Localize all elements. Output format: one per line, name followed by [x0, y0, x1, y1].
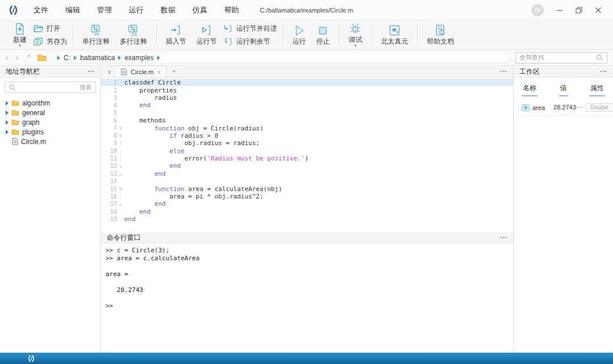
- breadcrumb-segment[interactable]: baltamatica: [80, 54, 115, 62]
- code-area[interactable]: 1classdef Circle2 properties3 radius4 en…: [101, 78, 513, 232]
- expand-arrow-icon[interactable]: [6, 101, 9, 105]
- code-line-12[interactable]: 12△ end: [101, 162, 513, 170]
- tree-folder-label: graph: [22, 118, 40, 126]
- debug-button[interactable]: 调试 ▾: [345, 22, 366, 48]
- code-line-16[interactable]: 16│ area = pi * obj.radius^2;: [101, 193, 513, 200]
- menu-item-3[interactable]: 运行: [120, 5, 152, 15]
- stop-button[interactable]: 停止: [313, 23, 333, 46]
- tree-folder-label: general: [22, 109, 45, 117]
- multi-comment-icon: [127, 24, 140, 37]
- run-section-button[interactable]: 运行节: [193, 23, 220, 46]
- command-window-header: 命令行窗口 •••: [101, 232, 513, 243]
- code-line-18[interactable]: 18 end: [101, 208, 513, 215]
- workspace-column-1[interactable]: 值: [549, 83, 577, 96]
- code-line-5[interactable]: 5: [101, 109, 513, 117]
- code-text: function obj = Circle(radius): [124, 125, 263, 132]
- window-controls: [531, 4, 613, 16]
- menu-item-0[interactable]: 文件: [25, 5, 57, 15]
- tree-folder-graph[interactable]: graph: [0, 117, 100, 127]
- new-file-button[interactable]: 新建 ▾: [10, 22, 30, 48]
- new-dropdown-caret-icon[interactable]: ▾: [19, 44, 21, 48]
- code-line-14[interactable]: 14: [101, 177, 513, 185]
- tabbar-more-icon[interactable]: •••: [501, 66, 513, 77]
- code-line-4[interactable]: 4 end: [101, 101, 513, 109]
- code-line-6[interactable]: 6 methods: [101, 117, 513, 124]
- code-text: error('Radius must be positive.'): [124, 155, 309, 162]
- multi-line-comment-button[interactable]: 多行注释: [116, 23, 150, 46]
- tree-folder-label: plugins: [22, 128, 44, 136]
- sidebar-search-input[interactable]: 搜索: [5, 82, 96, 93]
- workspace-column-2[interactable]: 属性: [577, 83, 605, 96]
- breadcrumb-segment[interactable]: C:: [64, 54, 70, 62]
- close-button[interactable]: [595, 7, 602, 14]
- save-as-button[interactable]: 另存为: [33, 37, 67, 46]
- tab-close-icon[interactable]: ×: [157, 69, 161, 75]
- command-window[interactable]: >> c = Circle(3);>> area = c.calculateAr…: [101, 243, 513, 353]
- code-line-8[interactable]: 8▽ if radius > 0: [101, 132, 513, 139]
- current-folder-icon[interactable]: [37, 54, 47, 61]
- tree-folder-plugins[interactable]: plugins: [0, 127, 100, 137]
- nav-back-icon[interactable]: ‹: [6, 54, 8, 62]
- tab-circle-m[interactable]: Circle.m ×: [115, 66, 166, 77]
- code-line-3[interactable]: 3 radius: [101, 94, 513, 101]
- status-bar: [0, 353, 613, 364]
- tree-file-circle-m[interactable]: Circle.m: [0, 137, 100, 146]
- tree-folder-algorithm[interactable]: algorithm: [0, 98, 100, 108]
- expand-arrow-icon[interactable]: [6, 120, 9, 125]
- code-line-1[interactable]: 1classdef Circle: [101, 79, 513, 86]
- nav-forward-icon[interactable]: ›: [16, 54, 18, 62]
- workspace-column-0[interactable]: 名称: [522, 83, 549, 96]
- fold-marker-icon[interactable]: △: [117, 163, 124, 168]
- line-number: 16: [101, 193, 117, 200]
- breadcrumb-segment[interactable]: examples: [124, 54, 153, 62]
- run-button[interactable]: 运行: [289, 23, 309, 46]
- tree-folder-general[interactable]: general: [0, 108, 100, 117]
- fold-marker-icon[interactable]: ▽: [117, 133, 124, 138]
- global-search-input[interactable]: 全局查找: [515, 52, 607, 64]
- expand-arrow-icon[interactable]: [6, 111, 9, 115]
- code-line-7[interactable]: 7▽ function obj = Circle(radius): [101, 124, 513, 132]
- tab-add-icon[interactable]: +: [166, 66, 182, 77]
- debug-dropdown-caret-icon[interactable]: ▾: [354, 44, 356, 48]
- code-line-17[interactable]: 17△ end: [101, 200, 513, 208]
- code-line-9[interactable]: 9│ obj.radius = radius;: [101, 139, 513, 147]
- run-section-advance-button[interactable]: 运行节并前进: [224, 24, 277, 33]
- code-text: methods: [124, 117, 166, 124]
- fold-marker-icon[interactable]: △: [117, 201, 124, 206]
- code-text: function area = calculateArea(obj): [124, 185, 282, 193]
- code-line-10[interactable]: 10│ else: [101, 147, 513, 155]
- workspace-row-area[interactable]: ▦area28.2743⋯Double: [514, 100, 613, 116]
- workspace-column-label: 名称: [522, 83, 538, 96]
- tab-list-chevron-icon[interactable]: ∨: [103, 66, 115, 77]
- help-doc-button[interactable]: 帮助文档: [423, 23, 457, 46]
- nav-up-icon[interactable]: ⌃: [26, 54, 32, 62]
- command-line: area =: [106, 270, 513, 278]
- run-remaining-button[interactable]: 运行剩余节: [224, 37, 277, 46]
- save-as-icon: [33, 37, 43, 46]
- code-line-11[interactable]: 11│ error('Radius must be positive.'): [101, 155, 513, 162]
- menu-item-4[interactable]: 数据: [152, 5, 184, 15]
- breadcrumb[interactable]: C:baltamaticaexamples: [52, 52, 510, 64]
- menu-item-6[interactable]: 帮助: [216, 5, 247, 15]
- beitai-zhenyuan-button[interactable]: 北太真元: [377, 23, 412, 46]
- menu-item-5[interactable]: 仿真: [184, 5, 216, 15]
- fold-marker-icon[interactable]: ▽: [117, 126, 124, 131]
- fold-marker-icon[interactable]: △: [117, 171, 124, 176]
- fold-marker-icon[interactable]: ▽: [117, 187, 124, 192]
- single-line-comment-button[interactable]: 单行注释: [79, 23, 113, 46]
- command-window-more-icon[interactable]: •••: [501, 235, 507, 240]
- menu-item-2[interactable]: 管理: [89, 5, 120, 15]
- insert-section-button[interactable]: 插入节: [162, 23, 190, 46]
- code-line-13[interactable]: 13△ end: [101, 170, 513, 177]
- restore-button[interactable]: [576, 7, 582, 14]
- code-line-2[interactable]: 2 properties: [101, 86, 513, 94]
- sidebar-more-icon[interactable]: •••: [88, 69, 95, 74]
- code-text: end: [124, 162, 180, 170]
- menu-item-1[interactable]: 编辑: [57, 5, 89, 15]
- code-line-15[interactable]: 15▽ function area = calculateArea(obj): [101, 185, 513, 192]
- expand-arrow-icon[interactable]: [6, 130, 9, 134]
- workspace-more-icon[interactable]: •••: [601, 69, 607, 74]
- code-line-19[interactable]: 19end: [101, 215, 513, 223]
- open-button[interactable]: 打开: [33, 24, 67, 33]
- minimize-button[interactable]: [556, 7, 563, 14]
